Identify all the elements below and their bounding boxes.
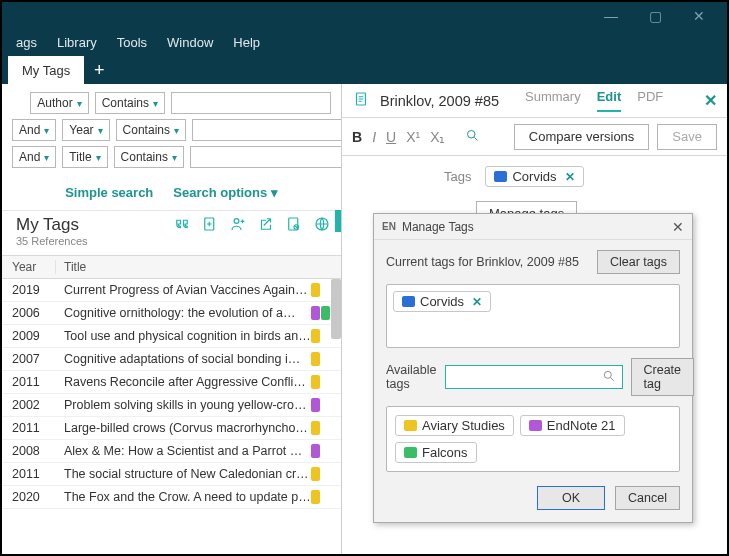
menubar: ags Library Tools Window Help [2,30,727,54]
cell-title: Ravens Reconcile after Aggressive Confli… [56,375,311,389]
search-icon [602,369,616,386]
cell-title: The Fox and the Crow. A need to update p… [56,490,311,504]
table-row[interactable]: 2008Alex & Me: How a Scientist and a Par… [2,440,341,463]
available-tag-chip[interactable]: EndNote 21 [520,415,625,436]
cond-select-1[interactable]: Contains▾ [95,92,165,114]
table-row[interactable]: 2011Ravens Reconcile after Aggressive Co… [2,371,341,394]
cell-title: Current Progress of Avian Vaccines Again… [56,283,311,297]
table-row[interactable]: 2019Current Progress of Avian Vaccines A… [2,279,341,302]
tabbar: My Tags + [2,54,727,84]
cell-year: 2009 [2,329,56,343]
ok-button[interactable]: OK [537,486,605,510]
table-row[interactable]: 2007Cognitive adaptations of social bond… [2,348,341,371]
table-row[interactable]: 2011Large-billed crows (Corvus macrorhyn… [2,417,341,440]
table-row[interactable]: 2009Tool use and physical cognition in b… [2,325,341,348]
chevron-down-icon: ▾ [44,152,49,163]
search-value-1[interactable] [171,92,331,114]
cell-tags [311,375,341,389]
svg-point-1 [234,219,239,224]
search-value-2[interactable] [192,119,342,141]
tab-my-tags[interactable]: My Tags [8,56,84,84]
svg-rect-2 [289,218,298,230]
menu-window[interactable]: Window [157,32,223,53]
cell-tags [311,421,341,435]
save-button[interactable]: Save [657,124,717,150]
field-select-2[interactable]: Year▾ [62,119,109,141]
compare-versions-button[interactable]: Compare versions [514,124,650,150]
current-tags-label: Current tags for Brinklov, 2009 #85 [386,255,579,269]
cell-title: The social structure of New Caledonian c… [56,467,311,481]
italic-button[interactable]: I [372,129,376,145]
table-row[interactable]: 2006Cognitive ornithology: the evolution… [2,302,341,325]
remove-tag-icon[interactable]: ✕ [472,295,482,309]
table-row[interactable]: 2002Problem solving skills in young yell… [2,394,341,417]
tag-chip-label: EndNote 21 [547,418,616,433]
web-icon[interactable] [313,215,331,238]
tag-search-field[interactable] [445,365,623,389]
col-year[interactable]: Year [2,260,56,274]
cell-title: Large-billed crows (Corvus macrorhynchos… [56,421,311,435]
scrollbar[interactable] [331,279,341,339]
cell-title: Cognitive ornithology: the evolution of … [56,306,311,320]
export-icon[interactable] [285,215,303,238]
cond-select-3[interactable]: Contains▾ [114,146,184,168]
op-select-3[interactable]: And▾ [12,146,56,168]
underline-button[interactable]: U [386,129,396,145]
cell-year: 2019 [2,283,56,297]
tab-summary[interactable]: Summary [525,89,581,112]
chevron-down-icon: ▾ [172,152,177,163]
menu-tools[interactable]: Tools [107,32,157,53]
tag-chip-label: Aviary Studies [422,418,505,433]
tag-color-icon [404,447,417,458]
window-maximize[interactable]: ▢ [633,2,677,30]
col-title[interactable]: Title [56,260,341,274]
field-select-3[interactable]: Title▾ [62,146,107,168]
tag-search-input[interactable] [452,370,602,384]
create-tag-button[interactable]: Create tag [631,358,695,396]
tab-add[interactable]: + [84,56,114,84]
simple-search-link[interactable]: Simple search [65,185,153,200]
cancel-button[interactable]: Cancel [615,486,680,510]
window-minimize[interactable]: — [589,2,633,30]
cell-year: 2008 [2,444,56,458]
tab-edit[interactable]: Edit [597,89,622,112]
menu-help[interactable]: Help [223,32,270,53]
search-options-link[interactable]: Search options ▾ [173,185,278,200]
cond-select-2[interactable]: Contains▾ [116,119,186,141]
available-tag-chip[interactable]: Aviary Studies [395,415,514,436]
search-value-3[interactable] [190,146,342,168]
group-title: My Tags [16,215,88,235]
share-icon[interactable] [257,215,275,238]
clear-tags-button[interactable]: Clear tags [597,250,680,274]
window-close[interactable]: ✕ [677,2,721,30]
search-icon[interactable] [465,128,480,146]
table-row[interactable]: 2011The social structure of New Caledoni… [2,463,341,486]
cell-title: Tool use and physical cognition in birds… [56,329,311,343]
tab-pdf[interactable]: PDF [637,89,663,112]
cell-year: 2007 [2,352,56,366]
svg-point-7 [604,371,611,378]
table-row[interactable]: 2020The Fox and the Crow. A need to upda… [2,486,341,509]
field-select-1[interactable]: Author▾ [30,92,88,114]
menu-library[interactable]: Library [47,32,107,53]
subscript-button[interactable]: X₁ [430,129,445,145]
dialog-close[interactable]: ✕ [672,219,684,235]
add-reference-icon[interactable] [201,215,219,238]
tag-color-icon [311,490,320,504]
group-header: My Tags 35 References [2,210,341,255]
quote-icon[interactable] [173,215,191,238]
add-person-icon[interactable] [229,215,247,238]
menu-tags[interactable]: ags [6,32,47,53]
cell-tags [311,490,341,504]
tag-color-icon [311,329,320,343]
bold-button[interactable]: B [352,129,362,145]
op-select-2[interactable]: And▾ [12,119,56,141]
available-tags-box: Aviary StudiesEndNote 21Falcons [386,406,680,472]
remove-tag-icon[interactable]: ✕ [565,170,575,184]
available-tag-chip[interactable]: Falcons [395,442,477,463]
close-detail[interactable]: ✕ [704,91,717,110]
current-tags-box: Corvids ✕ [386,284,680,348]
current-tag-corvids[interactable]: Corvids ✕ [393,291,491,312]
tag-chip-corvids[interactable]: Corvids ✕ [485,166,583,187]
superscript-button[interactable]: X¹ [406,129,420,145]
